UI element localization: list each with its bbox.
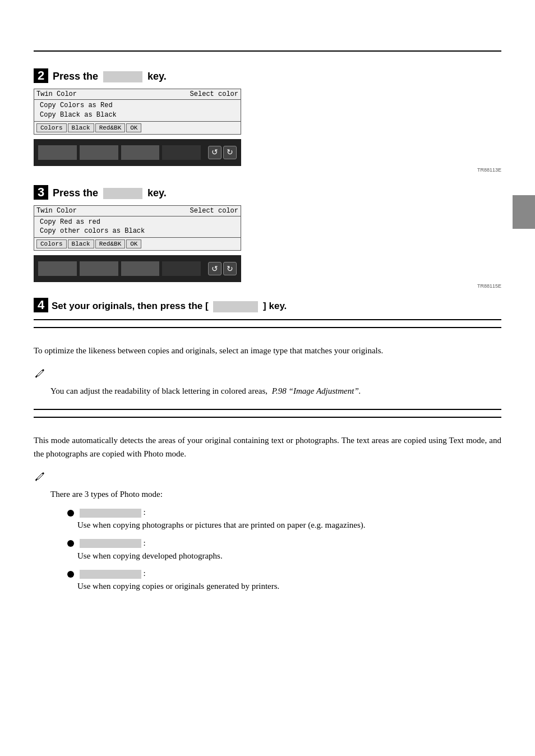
list-item: : Use when copying copies or originals g… bbox=[67, 566, 501, 593]
lcd2-content: Copy Red as red Copy other colors as Bla… bbox=[34, 216, 241, 238]
step3-suffix: key. bbox=[147, 187, 167, 199]
auto-note: There are 3 types of Photo mode: : Use w… bbox=[34, 487, 501, 593]
section-auto: This mode automatically detects the area… bbox=[0, 425, 535, 602]
lcd-screen-2: Twin Color Select color Copy Red as red … bbox=[34, 205, 241, 251]
step3-text: Press the key. bbox=[53, 187, 167, 199]
lcd2-titlebar: Twin Color Select color bbox=[34, 206, 241, 216]
button-panel-2: ↺ ↻ bbox=[34, 255, 241, 282]
panel-nav-1: ↺ ↻ bbox=[208, 146, 237, 159]
photo-type-3-desc: Use when copying copies or originals gen… bbox=[67, 580, 501, 593]
section-rule-auto2 bbox=[34, 417, 501, 418]
optimize-note: You can adjust the readability of black … bbox=[34, 384, 501, 398]
panel-btn-1a[interactable] bbox=[38, 145, 77, 160]
lcd1-title: Twin Color bbox=[36, 90, 77, 98]
bullet-3 bbox=[67, 571, 74, 578]
optimize-note-ref: P.98 “Image Adjustment”. bbox=[272, 386, 361, 395]
panel-btn-2c[interactable] bbox=[121, 261, 160, 276]
photo-type-2-label bbox=[80, 539, 141, 548]
photo-type-3-colon: : bbox=[144, 569, 146, 578]
lcd2-buttons: Colors Black Red&BK OK bbox=[34, 237, 241, 250]
step2-suffix: key. bbox=[147, 71, 167, 82]
lcd1-titlebar: Twin Color Select color bbox=[34, 89, 241, 100]
pencil-icon bbox=[34, 367, 46, 380]
photo-type-2-colon: : bbox=[144, 538, 146, 547]
lcd1-buttons: Colors Black Red&BK OK bbox=[34, 121, 241, 134]
lcd1-btn-redbk[interactable]: Red&BK bbox=[95, 123, 126, 132]
bullet-1 bbox=[67, 510, 74, 517]
step3-key-placeholder bbox=[103, 188, 142, 199]
lcd2-btn-colors[interactable]: Colors bbox=[36, 239, 67, 248]
lcd1-btn-ok[interactable]: OK bbox=[126, 123, 141, 132]
lcd2-btn-ok[interactable]: OK bbox=[126, 239, 141, 248]
top-rule bbox=[34, 50, 501, 52]
section-step3: 3 Press the key. Twin Color Select color… bbox=[0, 182, 535, 289]
lcd-screen-1: Twin Color Select color Copy Colors as R… bbox=[34, 89, 241, 135]
panel-btn-1b[interactable] bbox=[80, 145, 118, 160]
step2-key-placeholder bbox=[103, 71, 142, 82]
bullet-2 bbox=[67, 540, 74, 547]
nav-left-1[interactable]: ↺ bbox=[208, 146, 222, 159]
panel-btn-2b[interactable] bbox=[80, 261, 118, 276]
lcd1-content: Copy Colors as Red Copy Black as Black bbox=[34, 100, 241, 121]
panel-btn-2a[interactable] bbox=[38, 261, 77, 276]
mid-rule bbox=[34, 319, 501, 320]
lcd2-line1: Copy Red as red bbox=[40, 218, 235, 227]
lcd1-title-right: Select color bbox=[190, 90, 238, 98]
step4-key bbox=[213, 301, 258, 312]
image-label-1: TR88113E bbox=[34, 167, 501, 173]
panel-nav-2: ↺ ↻ bbox=[208, 262, 237, 275]
photo-type-1-colon: : bbox=[144, 508, 146, 517]
section-optimize: To optimize the likeness between copies … bbox=[0, 335, 535, 402]
lcd2-btn-black[interactable]: Black bbox=[68, 239, 94, 248]
lcd2-btn-redbk[interactable]: Red&BK bbox=[95, 239, 126, 248]
lcd2-title-right: Select color bbox=[190, 207, 238, 215]
step3-prefix: Press the bbox=[53, 187, 98, 199]
step3-number: 3 bbox=[34, 185, 48, 200]
photo-list: : Use when copying photographs or pictur… bbox=[50, 505, 501, 593]
auto-note-intro: There are 3 types of Photo mode: bbox=[50, 487, 501, 501]
optimize-note-text: You can adjust the readability of black … bbox=[50, 386, 268, 395]
image-label-2: TR88115E bbox=[34, 283, 501, 289]
section-step2: 2 Press the key. Twin Color Select color… bbox=[0, 63, 535, 173]
step2-text: Press the key. bbox=[53, 71, 167, 82]
lcd1-line2: Copy Black as Black bbox=[40, 110, 235, 120]
lcd1-btn-colors[interactable]: Colors bbox=[36, 123, 67, 132]
panel-btn-1d[interactable] bbox=[162, 145, 201, 160]
list-item: : Use when copying photographs or pictur… bbox=[67, 505, 501, 532]
optimize-note-block: You can adjust the readability of black … bbox=[34, 363, 501, 398]
panel-btn-2d[interactable] bbox=[162, 261, 201, 276]
section-step4: 4 Set your originals, then press the [ ]… bbox=[34, 298, 501, 312]
list-item: : Use when copying developed photographs… bbox=[67, 536, 501, 563]
step4-number: 4 bbox=[34, 298, 48, 312]
step2-header: 2 Press the key. bbox=[34, 68, 501, 83]
photo-type-3-label bbox=[80, 570, 141, 579]
step2-number: 2 bbox=[34, 68, 48, 83]
step4-text: Set your originals, then press the [ ] k… bbox=[52, 301, 287, 312]
lcd2-line2: Copy other colors as Black bbox=[40, 227, 235, 236]
lcd1-line1: Copy Colors as Red bbox=[40, 101, 235, 110]
section-rule-auto bbox=[34, 409, 501, 410]
nav-right-1[interactable]: ↻ bbox=[223, 146, 237, 159]
photo-type-2-desc: Use when copying developed photographs. bbox=[67, 550, 501, 563]
auto-body: This mode automatically detects the area… bbox=[34, 434, 501, 460]
right-tab bbox=[513, 195, 535, 229]
optimize-body: To optimize the likeness between copies … bbox=[34, 344, 501, 357]
section-rule-optimize bbox=[34, 327, 501, 328]
photo-type-1-label bbox=[80, 509, 141, 518]
step3-header: 3 Press the key. bbox=[34, 185, 501, 200]
nav-left-2[interactable]: ↺ bbox=[208, 262, 222, 275]
nav-right-2[interactable]: ↻ bbox=[223, 262, 237, 275]
lcd1-btn-black[interactable]: Black bbox=[68, 123, 94, 132]
auto-note-block: There are 3 types of Photo mode: : Use w… bbox=[34, 466, 501, 593]
photo-type-1-desc: Use when copying photographs or pictures… bbox=[67, 519, 501, 532]
lcd2-title: Twin Color bbox=[36, 207, 77, 215]
panel-btn-1c[interactable] bbox=[121, 145, 160, 160]
step2-prefix: Press the bbox=[53, 71, 98, 82]
page-container: 2 Press the key. Twin Color Select color… bbox=[0, 50, 535, 756]
pencil-icon-2 bbox=[34, 471, 46, 483]
button-panel-1: ↺ ↻ bbox=[34, 139, 241, 166]
